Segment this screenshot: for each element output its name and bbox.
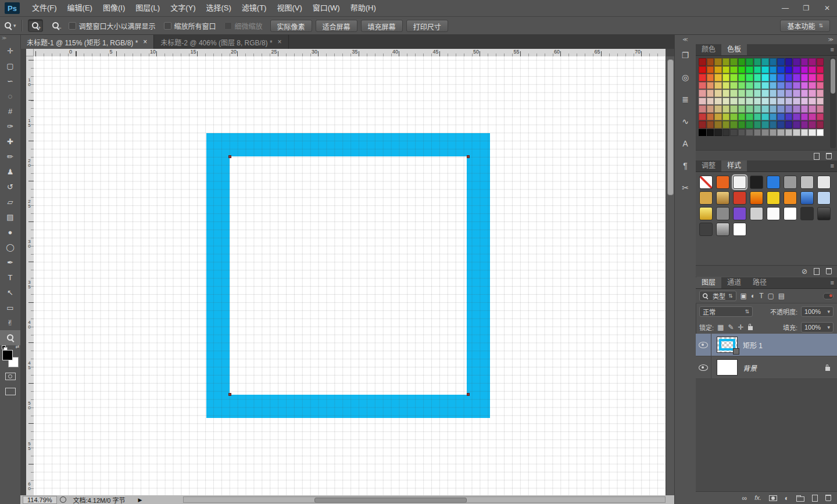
path-selection-tool[interactable]: ↖	[0, 285, 20, 300]
crop-tool[interactable]: #	[0, 103, 20, 119]
color-swatch[interactable]	[817, 82, 824, 90]
color-swatch[interactable]	[793, 105, 800, 113]
menu-item[interactable]: 编辑(E)	[62, 0, 98, 16]
color-swatch[interactable]	[809, 74, 816, 81]
zoom-option-checkbox[interactable]: 缩放所有窗口	[164, 21, 216, 31]
color-swatch[interactable]	[754, 58, 761, 66]
checkbox-icon[interactable]	[69, 22, 76, 30]
color-swatch[interactable]	[754, 66, 761, 74]
color-swatch[interactable]	[809, 121, 816, 128]
color-swatch[interactable]	[761, 82, 769, 90]
style-swatch[interactable]	[800, 191, 814, 205]
color-swatch[interactable]	[738, 121, 746, 128]
color-swatch[interactable]	[777, 121, 785, 128]
color-swatch[interactable]	[761, 113, 769, 121]
collapse-panels-icon[interactable]: ≫	[696, 35, 837, 44]
color-swatch[interactable]	[785, 113, 793, 121]
zoom-out-button[interactable]: −	[48, 19, 63, 32]
color-swatch[interactable]	[801, 66, 809, 74]
new-swatch-icon[interactable]	[814, 153, 820, 160]
color-swatch[interactable]	[730, 129, 738, 137]
zoom-option-checkbox[interactable]: 调整窗口大小以满屏显示	[69, 21, 156, 31]
color-swatch[interactable]	[746, 105, 753, 113]
color-swatch[interactable]	[817, 105, 824, 113]
color-swatch[interactable]	[738, 58, 746, 66]
visibility-cell[interactable]	[696, 334, 711, 356]
menu-item[interactable]: 图像(I)	[98, 0, 130, 16]
tab-color[interactable]: 颜色	[696, 44, 721, 55]
color-swatch[interactable]	[707, 82, 714, 90]
toolbar-collapse-icon[interactable]: ≫	[0, 35, 20, 43]
workspace-switcher[interactable]: 基本功能 ⇅	[780, 20, 830, 32]
menu-item[interactable]: 帮助(H)	[345, 0, 381, 16]
color-swatch[interactable]	[754, 105, 761, 113]
link-layers-icon[interactable]: ∞	[742, 495, 747, 502]
style-swatch[interactable]	[750, 191, 763, 205]
quick-mask-button[interactable]	[0, 369, 20, 384]
color-swatch[interactable]	[761, 98, 769, 105]
style-swatch[interactable]	[767, 207, 780, 220]
color-swatch[interactable]	[754, 74, 761, 81]
status-menu-arrow-icon[interactable]: ▶	[138, 497, 142, 503]
new-group-icon[interactable]	[796, 496, 804, 502]
color-swatch[interactable]	[722, 90, 730, 97]
color-swatch[interactable]	[722, 98, 730, 105]
layer-name[interactable]: 矩形 1	[743, 340, 763, 350]
screen-mode-button[interactable]	[0, 384, 20, 399]
color-swatch[interactable]	[770, 113, 777, 121]
zoom-option-checkbox[interactable]: 细微缩放	[224, 21, 263, 31]
lasso-tool[interactable]: ∽	[0, 73, 20, 88]
color-swatch[interactable]	[730, 98, 738, 105]
style-swatch[interactable]	[817, 191, 831, 205]
filter-switch[interactable]	[823, 293, 834, 299]
color-swatch[interactable]	[770, 90, 777, 97]
color-swatch[interactable]	[809, 113, 816, 121]
color-swatch[interactable]	[738, 129, 746, 137]
color-swatch[interactable]	[770, 74, 777, 81]
color-swatch[interactable]	[770, 121, 777, 128]
color-swatch[interactable]	[699, 74, 706, 81]
menu-item[interactable]: 文字(Y)	[165, 0, 201, 16]
restore-button[interactable]: ❐	[801, 4, 811, 12]
style-swatch[interactable]	[767, 176, 780, 189]
blur-tool[interactable]: ●	[0, 224, 20, 240]
color-swatch[interactable]	[793, 74, 800, 81]
color-swatch[interactable]	[714, 105, 722, 113]
menu-item[interactable]: 选择(S)	[201, 0, 236, 16]
color-swatch[interactable]	[777, 58, 785, 66]
style-swatch[interactable]	[750, 176, 763, 189]
style-swatch[interactable]	[733, 176, 746, 189]
style-swatch[interactable]	[733, 207, 746, 220]
color-swatch[interactable]	[817, 98, 824, 105]
tab-layers[interactable]: 图层	[696, 277, 721, 288]
panel-menu-icon[interactable]: ≡	[831, 277, 834, 288]
style-swatch[interactable]	[733, 191, 746, 205]
filter-type-layers-icon[interactable]: T	[759, 292, 763, 299]
color-swatch[interactable]	[699, 105, 706, 113]
color-swatch[interactable]	[722, 82, 730, 90]
layer-row[interactable]: 背景	[696, 356, 837, 379]
color-swatch[interactable]	[699, 90, 706, 97]
color-swatch[interactable]	[817, 90, 824, 97]
color-swatch[interactable]	[793, 82, 800, 90]
panel-menu-icon[interactable]: ≡	[831, 160, 834, 171]
color-swatch[interactable]	[707, 121, 714, 128]
style-swatch[interactable]	[784, 207, 797, 220]
color-swatch[interactable]	[817, 74, 824, 81]
layer-row[interactable]: 矩形 1	[696, 334, 837, 356]
color-swatch[interactable]	[761, 105, 769, 113]
color-swatch[interactable]	[738, 98, 746, 105]
tab-swatches[interactable]: 色板	[721, 44, 747, 55]
color-swatch[interactable]	[770, 66, 777, 74]
lock-all-icon[interactable]	[748, 326, 753, 330]
healing-brush-tool[interactable]: ✚	[0, 134, 20, 149]
color-swatch[interactable]	[777, 90, 785, 97]
horizontal-ruler[interactable]: 0510152025303540455055606570	[34, 49, 666, 56]
swap-colors-icon[interactable]: ⇄	[16, 344, 20, 349]
blend-mode-dropdown[interactable]: 正常 ⇅	[699, 306, 753, 317]
color-swatch[interactable]	[801, 82, 809, 90]
rectangular-marquee-tool[interactable]: ▢	[0, 58, 20, 73]
info-panel-button[interactable]: ≣	[675, 88, 696, 110]
lock-transparency-icon[interactable]: ▦	[717, 324, 724, 331]
color-swatch[interactable]	[730, 58, 738, 66]
